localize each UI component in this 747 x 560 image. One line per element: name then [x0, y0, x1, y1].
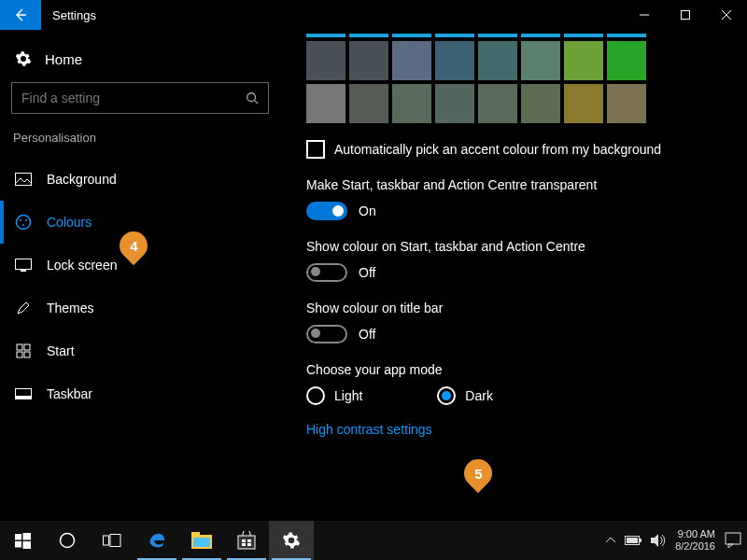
svg-marker-38: [651, 534, 658, 547]
radio-label: Light: [334, 388, 362, 403]
sidebar-item-label: Colours: [47, 215, 92, 230]
show-start-label: Show colour on Start, taskbar and Action…: [306, 239, 728, 254]
time: 9:00 AM: [675, 528, 715, 540]
taskbar-icon: [15, 388, 32, 399]
task-view-button[interactable]: [90, 521, 134, 560]
colour-swatch[interactable]: [306, 41, 345, 80]
search-icon: [246, 91, 259, 105]
colour-swatch[interactable]: [607, 41, 646, 80]
taskbar[interactable]: 9:00 AM 8/2/2016: [0, 521, 747, 560]
search-input[interactable]: [21, 91, 246, 105]
section-header: Personalisation: [0, 131, 280, 158]
sidebar-item-label: Start: [47, 343, 75, 358]
lock-screen-icon: [15, 259, 32, 272]
svg-point-8: [17, 216, 31, 230]
home-nav[interactable]: Home: [0, 47, 280, 82]
minimize-button[interactable]: [624, 0, 665, 30]
radio-label: Dark: [465, 388, 493, 403]
colour-swatch[interactable]: [521, 84, 560, 123]
start-button[interactable]: [0, 521, 45, 560]
close-button[interactable]: [706, 0, 747, 30]
svg-rect-7: [16, 174, 32, 186]
sidebar-item-themes[interactable]: Themes: [0, 287, 280, 329]
svg-rect-26: [110, 535, 120, 547]
auto-pick-accent[interactable]: Automatically pick an accent colour from…: [306, 140, 728, 159]
svg-marker-40: [728, 544, 733, 548]
svg-rect-22: [15, 541, 21, 548]
transparent-label: Make Start, taskbar and Action Centre tr…: [306, 177, 728, 192]
sidebar-item-start[interactable]: Start: [0, 329, 280, 372]
colour-swatch[interactable]: [349, 84, 388, 123]
app-mode-light[interactable]: Light: [306, 386, 362, 405]
file-explorer-button[interactable]: [179, 521, 224, 560]
transparent-toggle[interactable]: [306, 202, 347, 220]
svg-rect-19: [16, 396, 32, 399]
app-mode-label: Choose your app mode: [306, 362, 728, 377]
show-start-toggle[interactable]: [306, 263, 347, 282]
battery-icon[interactable]: [625, 536, 641, 545]
colour-swatch[interactable]: [478, 41, 517, 80]
back-button[interactable]: [0, 0, 41, 30]
edge-button[interactable]: [134, 521, 179, 560]
svg-rect-29: [193, 538, 210, 547]
svg-rect-14: [17, 344, 22, 350]
sidebar-item-taskbar[interactable]: Taskbar: [0, 372, 280, 415]
svg-rect-28: [191, 532, 200, 536]
colour-swatch[interactable]: [607, 84, 646, 123]
sidebar-item-label: Taskbar: [47, 386, 92, 401]
svg-rect-12: [16, 259, 32, 270]
tray-chevron-icon[interactable]: [606, 537, 615, 544]
radio-icon[interactable]: [306, 386, 325, 405]
checkbox-icon[interactable]: [306, 140, 325, 159]
colour-swatch[interactable]: [521, 41, 560, 80]
clock[interactable]: 9:00 AM 8/2/2016: [675, 528, 715, 553]
maximize-button[interactable]: [665, 0, 706, 30]
auto-pick-label: Automatically pick an accent colour from…: [334, 142, 661, 157]
sidebar-item-label: Lock screen: [47, 258, 117, 273]
brush-icon: [15, 301, 32, 315]
settings-button[interactable]: [269, 521, 314, 560]
titlebar: Settings: [0, 0, 747, 30]
colour-swatch[interactable]: [564, 41, 603, 80]
show-title-toggle[interactable]: [306, 325, 347, 343]
svg-point-9: [20, 219, 21, 221]
colour-swatch[interactable]: [435, 41, 474, 80]
svg-rect-23: [22, 541, 31, 549]
colour-swatch[interactable]: [349, 41, 388, 80]
svg-rect-21: [22, 533, 31, 540]
svg-rect-17: [24, 352, 30, 357]
app-mode-dark[interactable]: Dark: [437, 386, 493, 405]
radio-icon[interactable]: [437, 386, 456, 405]
store-button[interactable]: [224, 521, 269, 560]
palette-icon: [15, 214, 32, 231]
volume-icon[interactable]: [651, 534, 666, 547]
colour-swatch[interactable]: [564, 84, 603, 123]
picture-icon: [15, 173, 32, 186]
high-contrast-link[interactable]: High contrast settings: [306, 422, 728, 437]
colour-swatch[interactable]: [435, 84, 474, 123]
action-centre-icon[interactable]: [725, 532, 741, 549]
svg-rect-20: [15, 534, 21, 540]
main-panel: Automatically pick an accent colour from…: [280, 30, 747, 521]
svg-point-24: [61, 534, 75, 548]
sidebar: Home Personalisation Background Colours …: [0, 30, 280, 521]
search-box[interactable]: [11, 82, 269, 114]
svg-rect-32: [247, 539, 251, 542]
colour-swatch[interactable]: [392, 41, 431, 80]
cortana-button[interactable]: [45, 521, 90, 560]
toggle-state: Off: [359, 265, 375, 280]
svg-rect-37: [627, 538, 638, 543]
sidebar-item-label: Themes: [47, 301, 94, 315]
svg-point-11: [22, 224, 24, 226]
colour-swatch[interactable]: [478, 84, 517, 123]
date: 8/2/2016: [675, 540, 715, 553]
system-tray[interactable]: 9:00 AM 8/2/2016: [606, 528, 747, 553]
svg-point-5: [247, 93, 256, 102]
colour-swatch[interactable]: [392, 84, 431, 123]
svg-line-6: [255, 101, 259, 105]
sidebar-item-background[interactable]: Background: [0, 158, 280, 201]
colour-swatch[interactable]: [306, 84, 345, 123]
accent-colour-swatches: [306, 34, 728, 123]
home-label: Home: [45, 51, 82, 67]
settings-window: Settings Home Personalisation: [0, 0, 747, 521]
